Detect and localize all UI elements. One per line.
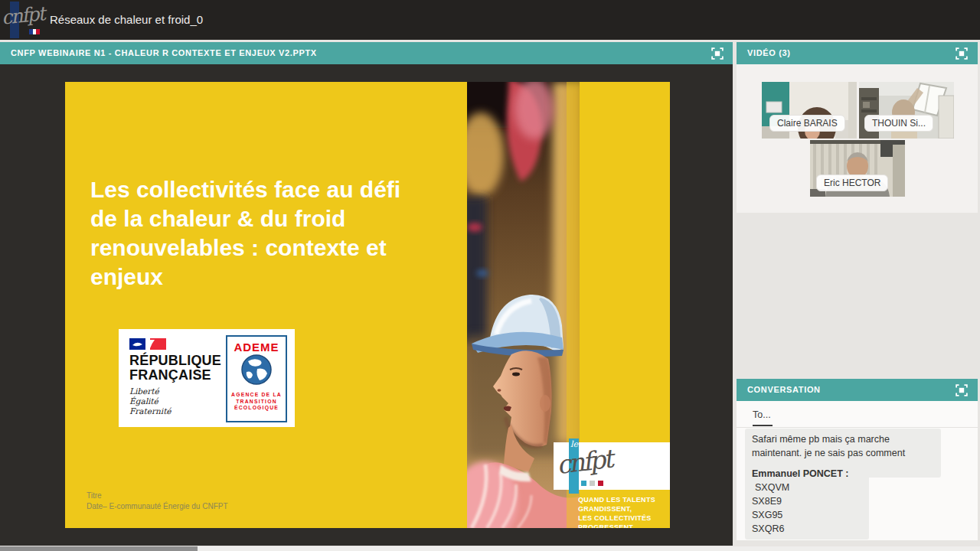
fullscreen-icon: [956, 384, 968, 396]
window-title-bar: cnfpt Réseaux de chaleur et froid_0: [0, 0, 980, 40]
rf-motto: Liberté Égalité Fraternité: [129, 386, 221, 416]
rf-name-line1: RÉPUBLIQUE: [129, 354, 221, 368]
rf-name-line2: FRANÇAISE: [129, 368, 221, 383]
conversation-panel-header: CONVERSATION: [737, 379, 978, 401]
video-panel-title: VIDÉO (3): [747, 48, 791, 57]
ademe-logo: ADEME AGENCE DE LA TRANSITION ÉCOLOGIQUE: [226, 335, 287, 422]
video-fullscreen-button[interactable]: [956, 47, 968, 60]
cnfpt-square-red: [598, 481, 603, 486]
french-flag-icon: [29, 29, 40, 34]
chat-code-line: SXQR6: [752, 522, 862, 536]
chat-message-author-line: Emmanuel PONCET : SXQVM: [752, 467, 862, 494]
webcam-thumbnail-thouin[interactable]: THOUIN Si...: [859, 82, 954, 139]
republique-francaise-logo: RÉPUBLIQUE FRANÇAISE Liberté Égalité Fra…: [129, 338, 221, 416]
slide: Les collectivités face au défi de la cha…: [65, 82, 670, 528]
presentation-panel: CNFP WEBINAIRE N1 - CHALEUR R CONTEXTE E…: [0, 42, 733, 546]
cnfpt-slide-logo: le cnfpt: [554, 442, 670, 490]
participant-name-label: THOUIN Si...: [864, 115, 933, 132]
chat-code-line: SXG95: [752, 508, 862, 522]
chat-code-line: SX8E9: [752, 494, 862, 508]
webcam-thumbnail-eric-hector[interactable]: Eric HECTOR: [810, 140, 905, 197]
ademe-name: ADEME: [227, 341, 286, 354]
fullscreen-icon: [956, 47, 968, 60]
cnfpt-slide-logo-script: cnfpt: [555, 444, 613, 480]
cnfpt-logo: cnfpt: [2, 2, 47, 38]
presentation-title: CNFP WEBINAIRE N1 - CHALEUR R CONTEXTE E…: [11, 48, 317, 57]
video-panel-body: Claire BARAIS THOUIN Si...: [737, 64, 978, 213]
conversation-body: To... Safari même pb mais ça marche main…: [737, 401, 978, 540]
window-title: Réseaux de chaleur et froid_0: [50, 0, 203, 40]
cnfpt-square-blue: [581, 481, 586, 486]
presentation-fullscreen-button[interactable]: [711, 47, 724, 60]
video-panel: VIDÉO (3) Claire BARAIS: [737, 42, 978, 213]
chat-code: SXQVM: [755, 482, 789, 493]
cnfpt-logo-script: cnfpt: [1, 2, 45, 29]
conversation-tab-underline: [753, 425, 773, 426]
ademe-globe-icon: [240, 354, 273, 386]
conversation-fullscreen-button[interactable]: [956, 384, 968, 396]
conversation-divider: [737, 427, 978, 428]
fullscreen-icon: [711, 47, 724, 60]
conversation-panel-title: CONVERSATION: [747, 385, 821, 394]
ademe-subtitle: AGENCE DE LA TRANSITION ÉCOLOGIQUE: [227, 392, 286, 412]
cnfpt-square-gray: [590, 481, 595, 486]
presentation-panel-header: CNFP WEBINAIRE N1 - CHALEUR R CONTEXTE E…: [0, 42, 733, 64]
webcam-thumbnail-claire-barais[interactable]: Claire BARAIS: [762, 82, 857, 139]
participant-name-label: Claire BARAIS: [769, 115, 845, 132]
slide-logo-box: RÉPUBLIQUE FRANÇAISE Liberté Égalité Fra…: [119, 329, 295, 427]
chat-author: Emmanuel PONCET :: [752, 468, 848, 479]
conversation-panel: CONVERSATION To... Safari même pb mais ç…: [737, 379, 978, 540]
slide-title: Les collectivités face au défi de la cha…: [90, 175, 400, 292]
horizontal-scrollbar-thumb[interactable]: [0, 546, 198, 551]
video-panel-header: VIDÉO (3): [737, 42, 978, 64]
slide-footer: Titre Date– E-communauté Énergie du CNFP…: [87, 491, 228, 512]
participant-name-label: Eric HECTOR: [816, 174, 888, 191]
chat-message: Emmanuel PONCET : SXQVM SX8E9 SXG95 SXQR…: [745, 463, 869, 540]
cnfpt-tagline: QUAND LES TALENTS GRANDISSENT, LES COLLE…: [578, 495, 655, 528]
conversation-to-tab[interactable]: To...: [753, 409, 771, 420]
rf-flag-icon: [129, 338, 169, 350]
